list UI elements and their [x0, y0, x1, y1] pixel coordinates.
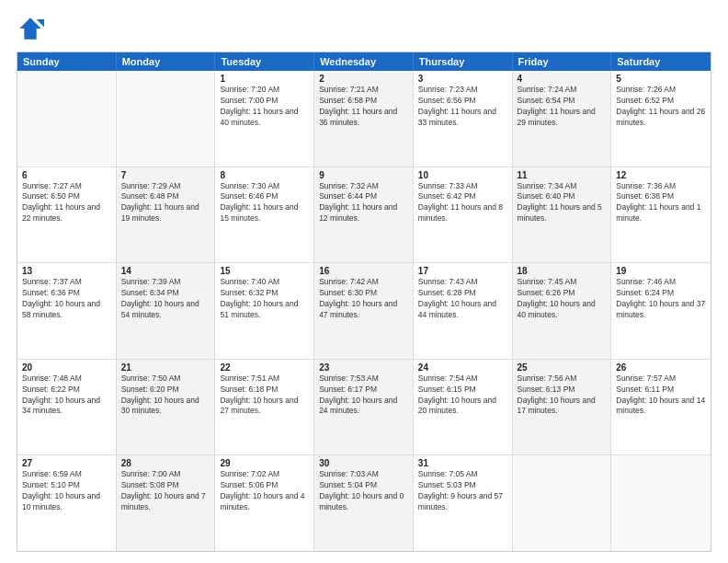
sunrise-text: Sunrise: 7:50 AM	[121, 373, 210, 385]
sunrise-text: Sunrise: 7:30 AM	[220, 181, 309, 192]
sunrise-text: Sunrise: 7:57 AM	[616, 373, 706, 385]
daylight-text: Daylight: 11 hours and 15 minutes.	[220, 202, 309, 224]
day-header-thursday: Thursday	[414, 52, 513, 71]
sunrise-text: Sunrise: 7:48 AM	[22, 373, 111, 385]
sunset-text: Sunset: 6:34 PM	[121, 288, 210, 299]
sunset-text: Sunset: 6:36 PM	[22, 288, 111, 299]
calendar-cell: 12Sunrise: 7:36 AMSunset: 6:38 PMDayligh…	[611, 167, 711, 263]
sunrise-text: Sunrise: 7:26 AM	[616, 85, 706, 96]
daylight-text: Daylight: 10 hours and 17 minutes.	[518, 396, 607, 418]
day-number: 9	[319, 170, 408, 180]
day-number: 2	[319, 74, 408, 84]
day-number: 28	[121, 458, 210, 468]
page: SundayMondayTuesdayWednesdayThursdayFrid…	[0, 0, 728, 563]
calendar-cell: 13Sunrise: 7:37 AMSunset: 6:36 PMDayligh…	[17, 263, 117, 359]
day-number: 1	[220, 74, 309, 84]
sunset-text: Sunset: 6:30 PM	[319, 288, 408, 299]
calendar-cell	[17, 71, 117, 167]
logo	[17, 15, 48, 42]
daylight-text: Daylight: 10 hours and 47 minutes.	[319, 299, 408, 321]
calendar-cell: 16Sunrise: 7:42 AMSunset: 6:30 PMDayligh…	[314, 263, 414, 359]
day-header-monday: Monday	[117, 52, 216, 71]
calendar-cell: 2Sunrise: 7:21 AMSunset: 6:58 PMDaylight…	[314, 71, 414, 167]
calendar-cell: 7Sunrise: 7:29 AMSunset: 6:48 PMDaylight…	[117, 167, 216, 263]
calendar-cell: 19Sunrise: 7:46 AMSunset: 6:24 PMDayligh…	[611, 263, 711, 359]
calendar-cell: 3Sunrise: 7:23 AMSunset: 6:56 PMDaylight…	[414, 71, 513, 167]
sunrise-text: Sunrise: 6:59 AM	[22, 469, 111, 480]
sunrise-text: Sunrise: 7:34 AM	[518, 181, 607, 192]
sunset-text: Sunset: 5:06 PM	[220, 480, 309, 491]
day-number: 27	[22, 458, 111, 468]
sunrise-text: Sunrise: 7:33 AM	[418, 181, 507, 192]
sunrise-text: Sunrise: 7:42 AM	[319, 277, 408, 288]
sunrise-text: Sunrise: 7:05 AM	[418, 469, 507, 480]
sunset-text: Sunset: 6:15 PM	[418, 385, 507, 396]
sunset-text: Sunset: 6:48 PM	[121, 191, 210, 202]
day-number: 19	[616, 266, 706, 276]
sunset-text: Sunset: 5:04 PM	[319, 480, 408, 491]
calendar-cell: 4Sunrise: 7:24 AMSunset: 6:54 PMDaylight…	[513, 71, 612, 167]
day-number: 23	[319, 362, 408, 373]
day-number: 22	[220, 362, 309, 373]
daylight-text: Daylight: 10 hours and 27 minutes.	[220, 396, 309, 418]
sunset-text: Sunset: 6:28 PM	[418, 288, 507, 299]
calendar-cell: 9Sunrise: 7:32 AMSunset: 6:44 PMDaylight…	[314, 167, 414, 263]
calendar-cell	[513, 455, 612, 551]
calendar-cell	[117, 71, 216, 167]
sunset-text: Sunset: 6:22 PM	[22, 385, 111, 396]
calendar-cell: 18Sunrise: 7:45 AMSunset: 6:26 PMDayligh…	[513, 263, 612, 359]
sunset-text: Sunset: 6:42 PM	[418, 191, 507, 202]
day-number: 17	[418, 266, 507, 276]
daylight-text: Daylight: 11 hours and 33 minutes.	[418, 107, 507, 129]
calendar-cell: 15Sunrise: 7:40 AMSunset: 6:32 PMDayligh…	[215, 263, 314, 359]
daylight-text: Daylight: 11 hours and 19 minutes.	[121, 202, 210, 224]
sunrise-text: Sunrise: 7:00 AM	[121, 469, 210, 480]
day-header-saturday: Saturday	[611, 52, 711, 71]
calendar-week-3: 20Sunrise: 7:48 AMSunset: 6:22 PMDayligh…	[17, 359, 711, 455]
day-number: 26	[616, 362, 706, 373]
day-number: 25	[518, 362, 607, 373]
day-number: 14	[121, 266, 210, 276]
sunrise-text: Sunrise: 7:24 AM	[518, 85, 607, 96]
calendar-cell: 22Sunrise: 7:51 AMSunset: 6:18 PMDayligh…	[215, 360, 314, 455]
calendar-cell: 14Sunrise: 7:39 AMSunset: 6:34 PMDayligh…	[117, 263, 216, 359]
calendar-cell: 28Sunrise: 7:00 AMSunset: 5:08 PMDayligh…	[117, 455, 216, 551]
sunrise-text: Sunrise: 7:43 AM	[418, 277, 507, 288]
sunrise-text: Sunrise: 7:53 AM	[319, 373, 408, 385]
svg-marker-0	[19, 17, 40, 39]
daylight-text: Daylight: 10 hours and 10 minutes.	[22, 491, 111, 513]
daylight-text: Daylight: 10 hours and 20 minutes.	[418, 396, 507, 418]
sunset-text: Sunset: 5:08 PM	[121, 480, 210, 491]
sunset-text: Sunset: 6:26 PM	[518, 288, 607, 299]
calendar-cell: 6Sunrise: 7:27 AMSunset: 6:50 PMDaylight…	[17, 167, 117, 263]
daylight-text: Daylight: 10 hours and 30 minutes.	[121, 396, 210, 418]
daylight-text: Daylight: 11 hours and 40 minutes.	[220, 107, 309, 129]
day-number: 13	[22, 266, 111, 276]
sunrise-text: Sunrise: 7:51 AM	[220, 373, 309, 385]
daylight-text: Daylight: 11 hours and 8 minutes.	[418, 202, 507, 224]
calendar-week-1: 6Sunrise: 7:27 AMSunset: 6:50 PMDaylight…	[17, 167, 711, 263]
sunset-text: Sunset: 6:38 PM	[616, 191, 706, 202]
day-number: 16	[319, 266, 408, 276]
sunset-text: Sunset: 6:11 PM	[616, 385, 706, 396]
daylight-text: Daylight: 9 hours and 57 minutes.	[418, 491, 507, 513]
calendar-body: 1Sunrise: 7:20 AMSunset: 7:00 PMDaylight…	[17, 71, 711, 551]
sunset-text: Sunset: 6:32 PM	[220, 288, 309, 299]
daylight-text: Daylight: 10 hours and 4 minutes.	[220, 491, 309, 513]
day-number: 8	[220, 170, 309, 180]
sunrise-text: Sunrise: 7:46 AM	[616, 277, 706, 288]
daylight-text: Daylight: 11 hours and 5 minutes.	[518, 202, 607, 224]
daylight-text: Daylight: 10 hours and 24 minutes.	[319, 396, 408, 418]
sunrise-text: Sunrise: 7:03 AM	[319, 469, 408, 480]
day-number: 12	[616, 170, 706, 180]
sunset-text: Sunset: 5:10 PM	[22, 480, 111, 491]
day-header-wednesday: Wednesday	[314, 52, 414, 71]
daylight-text: Daylight: 10 hours and 40 minutes.	[518, 299, 607, 321]
header	[17, 15, 711, 42]
calendar-cell: 8Sunrise: 7:30 AMSunset: 6:46 PMDaylight…	[215, 167, 314, 263]
day-number: 4	[518, 74, 607, 84]
sunset-text: Sunset: 6:50 PM	[22, 191, 111, 202]
daylight-text: Daylight: 10 hours and 0 minutes.	[319, 491, 408, 513]
calendar-header-row: SundayMondayTuesdayWednesdayThursdayFrid…	[17, 52, 711, 71]
calendar-cell: 1Sunrise: 7:20 AMSunset: 7:00 PMDaylight…	[215, 71, 314, 167]
